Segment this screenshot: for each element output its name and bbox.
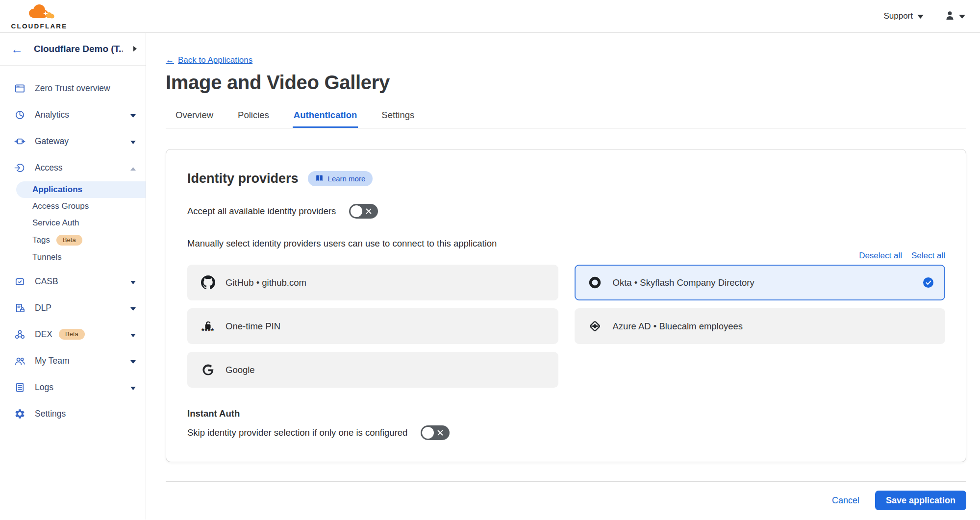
sidebar-item-my-team[interactable]: My Team xyxy=(0,349,146,373)
learn-more-label: Learn more xyxy=(328,174,366,183)
azure-ad-icon xyxy=(588,319,603,334)
sidebar-item-tags[interactable]: Tags Beta xyxy=(0,231,146,249)
beta-badge: Beta xyxy=(56,235,82,246)
sidebar-item-casb[interactable]: CASB xyxy=(0,270,146,294)
pin-asterisks: **** xyxy=(201,330,214,332)
sidebar-item-logs[interactable]: Logs xyxy=(0,375,146,399)
chevron-down-icon xyxy=(130,110,136,120)
book-icon xyxy=(315,174,324,183)
provider-name: One-time PIN xyxy=(226,321,280,332)
provider-name: Azure AD • Bluecalm employees xyxy=(613,321,743,332)
provider-card-okta[interactable]: Okta • Skyflash Company Directory xyxy=(575,265,946,300)
sidebar-item-label: DLP xyxy=(35,303,122,313)
gateway-icon xyxy=(13,135,26,148)
toggle-knob xyxy=(351,205,362,217)
github-icon xyxy=(201,275,215,290)
provider-card-google[interactable]: Google xyxy=(187,352,558,388)
provider-name: Google xyxy=(226,365,255,375)
support-menu[interactable]: Support xyxy=(883,11,924,21)
sidebar-item-label: My Team xyxy=(35,356,122,366)
provider-card-azure-ad[interactable]: Azure AD • Bluecalm employees xyxy=(575,308,946,344)
one-time-pin-icon: **** xyxy=(201,319,215,334)
provider-card-one-time-pin[interactable]: **** One-time PIN xyxy=(187,308,558,344)
cancel-button[interactable]: Cancel xyxy=(832,495,859,506)
sidebar-item-applications[interactable]: Applications xyxy=(16,181,146,198)
sidebar-item-label: Settings xyxy=(35,409,136,419)
sidebar-item-access[interactable]: Access xyxy=(0,156,146,180)
providers-grid: GitHub • github.com Okta • Skyflash Comp… xyxy=(187,265,945,388)
sidebar-subitem-label: Access Groups xyxy=(32,201,89,211)
identity-providers-card: Identity providers Learn more Accept all… xyxy=(166,149,966,462)
provider-card-github[interactable]: GitHub • github.com xyxy=(187,265,558,300)
sidebar-item-label: Analytics xyxy=(35,110,122,120)
tab-settings[interactable]: Settings xyxy=(380,106,415,128)
sidebar-item-label: Logs xyxy=(35,382,122,393)
top-bar: CLOUDFLARE Support xyxy=(0,0,980,33)
support-label: Support xyxy=(883,11,913,21)
sidebar-item-access-groups[interactable]: Access Groups xyxy=(0,198,146,215)
tab-overview[interactable]: Overview xyxy=(175,106,214,128)
okta-icon xyxy=(588,275,603,290)
chevron-down-icon xyxy=(130,329,136,340)
toggle-off-x-icon xyxy=(366,208,372,214)
document-lock-icon xyxy=(13,301,26,315)
main-content: ← Back to Applications Image and Video G… xyxy=(146,33,980,520)
sidebar-item-gateway[interactable]: Gateway xyxy=(0,129,146,153)
sidebar-subitem-label: Tags xyxy=(32,235,50,245)
sidebar-subitem-label: Service Auth xyxy=(32,218,79,228)
logs-list-icon xyxy=(13,381,26,394)
sidebar-item-settings[interactable]: Settings xyxy=(0,402,146,426)
instant-auth-toggle[interactable] xyxy=(421,425,450,440)
accept-all-toggle[interactable] xyxy=(349,204,378,219)
back-link-label: Back to Applications xyxy=(178,55,252,65)
account-name[interactable]: Cloudflare Demo (T... xyxy=(34,44,123,54)
sidebar-item-label: Zero Trust overview xyxy=(35,83,136,94)
chevron-down-icon xyxy=(917,11,924,21)
sidebar-item-label: CASB xyxy=(35,276,122,287)
google-icon xyxy=(201,363,215,377)
left-arrow-icon: ← xyxy=(166,55,174,65)
chevron-up-icon xyxy=(130,163,136,173)
page-title: Image and Video Gallery xyxy=(166,72,966,94)
sidebar-item-dex[interactable]: DEX Beta xyxy=(0,322,146,347)
tab-authentication[interactable]: Authentication xyxy=(293,106,358,128)
user-icon xyxy=(944,10,955,23)
access-login-icon xyxy=(13,161,26,174)
deselect-all-link[interactable]: Deselect all xyxy=(859,251,902,261)
beta-badge: Beta xyxy=(59,329,85,340)
sidebar: ← Cloudflare Demo (T... Zero Trust overv… xyxy=(0,33,146,520)
sidebar-item-label: Access xyxy=(35,163,122,173)
dex-network-icon xyxy=(13,328,26,341)
back-arrow-icon[interactable]: ← xyxy=(11,43,23,55)
back-to-applications-link[interactable]: ← Back to Applications xyxy=(166,55,252,65)
toggle-off-x-icon xyxy=(437,430,443,436)
cloudflare-cloud-icon xyxy=(23,3,55,22)
sidebar-item-tunnels[interactable]: Tunnels xyxy=(0,249,146,266)
casb-box-check-icon xyxy=(13,275,26,288)
pie-chart-icon xyxy=(13,108,26,122)
tab-bar: Overview Policies Authentication Setting… xyxy=(166,106,966,128)
account-menu[interactable] xyxy=(944,10,965,23)
skip-toggle-label: Skip identity provider selection if only… xyxy=(187,427,407,438)
sidebar-account-header: ← Cloudflare Demo (T... xyxy=(0,33,146,66)
sidebar-item-label: Gateway xyxy=(35,136,122,147)
chevron-down-icon xyxy=(130,356,136,366)
people-icon xyxy=(13,354,26,368)
learn-more-button[interactable]: Learn more xyxy=(308,171,373,186)
sidebar-item-analytics[interactable]: Analytics xyxy=(0,103,146,127)
select-all-link[interactable]: Select all xyxy=(911,251,945,261)
chevron-down-icon xyxy=(130,276,136,287)
chevron-right-icon[interactable] xyxy=(133,45,137,53)
tab-policies[interactable]: Policies xyxy=(237,106,270,128)
provider-name: Okta • Skyflash Company Directory xyxy=(613,277,754,288)
cloudflare-logo[interactable]: CLOUDFLARE xyxy=(7,3,72,30)
sidebar-item-dlp[interactable]: DLP xyxy=(0,296,146,320)
card-heading: Identity providers xyxy=(187,171,299,186)
footer-divider xyxy=(166,481,966,482)
chevron-down-icon xyxy=(130,382,136,393)
sidebar-item-service-auth[interactable]: Service Auth xyxy=(0,215,146,231)
sidebar-subitem-label: Applications xyxy=(32,185,82,195)
save-application-button[interactable]: Save application xyxy=(875,491,966,510)
sidebar-item-zero-trust-overview[interactable]: Zero Trust overview xyxy=(0,76,146,100)
toggle-knob xyxy=(422,427,434,439)
